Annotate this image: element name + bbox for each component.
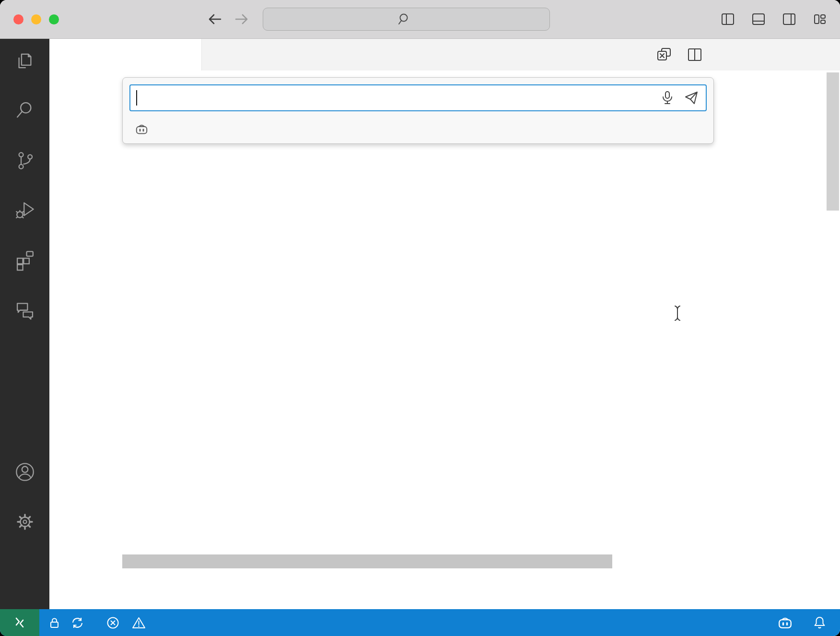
search-view-icon[interactable] bbox=[13, 98, 37, 122]
explorer-icon[interactable] bbox=[13, 49, 37, 73]
vertical-scrollbar-thumb[interactable] bbox=[827, 72, 839, 211]
activity-bar bbox=[0, 39, 49, 609]
warning-icon bbox=[132, 616, 146, 629]
text-caret bbox=[136, 90, 137, 106]
microphone-icon[interactable] bbox=[659, 89, 676, 106]
back-arrow-icon[interactable] bbox=[206, 11, 223, 28]
source-control-icon[interactable] bbox=[13, 149, 37, 173]
minimize-window-button[interactable] bbox=[31, 14, 41, 24]
notifications-bell-icon[interactable] bbox=[813, 616, 827, 630]
send-icon[interactable] bbox=[683, 89, 700, 106]
toggle-primary-sidebar-icon[interactable] bbox=[719, 11, 736, 28]
more-actions-icon[interactable] bbox=[717, 47, 734, 63]
forward-arrow-icon[interactable] bbox=[233, 11, 250, 28]
error-icon bbox=[106, 616, 119, 629]
text-cursor bbox=[674, 305, 681, 321]
horizontal-scrollbar-thumb[interactable] bbox=[122, 554, 612, 568]
run-and-debug-icon[interactable] bbox=[13, 198, 37, 222]
remote-indicator[interactable] bbox=[0, 609, 39, 636]
split-editor-icon[interactable] bbox=[687, 47, 703, 63]
vscode-window bbox=[0, 0, 840, 636]
sync-icon bbox=[70, 616, 84, 630]
extensions-icon[interactable] bbox=[13, 248, 37, 272]
close-window-button[interactable] bbox=[13, 14, 23, 24]
search-icon bbox=[397, 12, 411, 26]
problems-indicator[interactable] bbox=[106, 616, 150, 629]
copilot-icon bbox=[135, 123, 148, 136]
copilot-status-icon[interactable] bbox=[778, 615, 793, 630]
zoom-window-button[interactable] bbox=[49, 14, 59, 24]
accounts-icon[interactable] bbox=[13, 460, 37, 484]
tab-bar bbox=[49, 39, 840, 71]
remote-icon bbox=[12, 614, 28, 631]
editor[interactable] bbox=[49, 71, 840, 609]
titlebar bbox=[0, 0, 840, 39]
toggle-secondary-sidebar-icon[interactable] bbox=[781, 11, 798, 28]
lock-icon bbox=[48, 616, 61, 629]
close-all-editors-icon[interactable] bbox=[656, 47, 672, 63]
branch-indicator[interactable] bbox=[48, 616, 84, 630]
customize-layout-icon[interactable] bbox=[811, 11, 828, 28]
settings-gear-icon[interactable] bbox=[13, 510, 37, 534]
status-bar bbox=[0, 609, 840, 636]
toggle-panel-icon[interactable] bbox=[750, 11, 767, 28]
command-center-search[interactable] bbox=[263, 8, 550, 31]
copilot-input[interactable] bbox=[129, 84, 707, 111]
chat-icon[interactable] bbox=[13, 297, 37, 321]
tab-package-json[interactable] bbox=[49, 39, 202, 71]
copilot-inline-chat bbox=[122, 77, 714, 144]
